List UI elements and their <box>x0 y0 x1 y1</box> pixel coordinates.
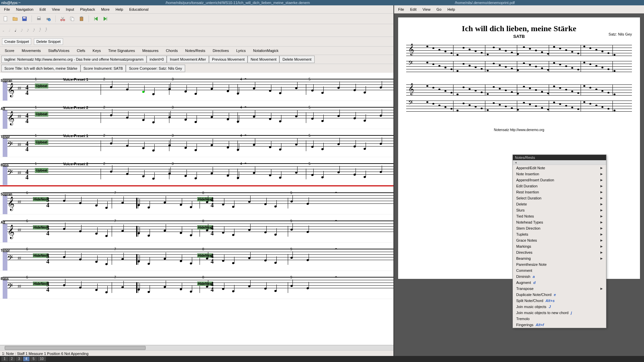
staff-tenor[interactable]: Tenor𝄢♯♯4 412345UpbeatVoice-Preset 1𝄐 <box>0 135 393 157</box>
menu-item-notehead-types[interactable]: Notehead Types▶ <box>513 219 606 225</box>
tab-chords[interactable]: Chords <box>163 47 181 54</box>
tab-score[interactable]: Score <box>1 47 18 54</box>
measure-number: 9 <box>290 247 292 251</box>
open-file-button[interactable] <box>11 15 19 22</box>
pdf-system: 𝄞𝄢 <box>406 45 632 78</box>
staff-bass[interactable]: Bass𝄢♯♯4 412345UpbeatVoice-Preset 2𝄐 <box>0 163 393 185</box>
menu-navigation[interactable]: Navigation <box>13 6 36 13</box>
menu-help[interactable]: Help <box>113 6 126 13</box>
menu-view[interactable]: View <box>49 6 63 13</box>
tab-clefs[interactable]: Clefs <box>73 47 89 54</box>
score-composer-button[interactable]: Score Composer: Satz: Nils Gey <box>126 65 185 72</box>
menu-item-select-duration[interactable]: Select Duration▶ <box>513 195 606 201</box>
staff-tenor[interactable]: Tenor𝄢♯♯6789HideNextHideNext3 44 4𝄐 <box>0 249 393 271</box>
measure-number: 6 <box>26 219 28 223</box>
menu-item-note-insertion[interactable]: Note Insertion▶ <box>513 171 606 177</box>
menu-item-split-note-chord[interactable]: Split Note/Chord Alt+s <box>513 298 606 304</box>
workspace-tab-1[interactable]: 1 <box>1 357 8 361</box>
menu-item-delete[interactable]: Delete▶ <box>513 201 606 207</box>
menu-item-edit-duration[interactable]: Edit Duration▶ <box>513 183 606 189</box>
notes-rests-context-menu: Notes/Rests ◂ Append/Edit Note▶Note Inse… <box>513 155 606 328</box>
menu-item-markings[interactable]: Markings▶ <box>513 243 606 249</box>
workspace-tab-3[interactable]: 3 <box>16 357 22 361</box>
menu-item-tuplets[interactable]: Tuplets▶ <box>513 231 606 237</box>
menu-item-append-insert-duration[interactable]: Append/Insert Duration▶ <box>513 177 606 183</box>
fermata-icon: 𝄐 <box>335 274 337 280</box>
delete-movement-button[interactable]: Delete Movement <box>279 56 314 63</box>
pdf-menu-edit[interactable]: Edit <box>408 6 419 13</box>
menu-item-augment[interactable]: Augment d <box>513 280 606 286</box>
workspace-tab-5[interactable]: 5 <box>30 357 37 361</box>
workspace-tab-4[interactable]: 4 <box>23 357 30 361</box>
copy-button[interactable] <box>68 15 76 22</box>
print-preview-button[interactable] <box>45 15 52 22</box>
menu-item-grace-notes[interactable]: Grace Notes▶ <box>513 237 606 243</box>
save-file-button[interactable] <box>21 15 28 22</box>
measure-number: 5 <box>309 134 311 137</box>
tab-lyrics[interactable]: Lyrics <box>233 47 249 54</box>
context-menu-back[interactable]: ◂ <box>513 160 606 165</box>
next-movement-button[interactable]: Next Movement <box>248 56 279 63</box>
tab-staffs-voices[interactable]: Staffs/Voices <box>45 47 73 54</box>
menu-item-stem-direction[interactable]: Stem Direction▶ <box>513 225 606 231</box>
menu-playback[interactable]: Playback <box>77 6 98 13</box>
menu-item-tied-notes[interactable]: Tied Notes▶ <box>513 213 606 219</box>
new-file-button[interactable] <box>2 15 9 22</box>
score-editing-area[interactable]: Sopran𝄞♯♯4 412345UpbeatVoice-Preset 1𝄐Al… <box>0 73 393 345</box>
measure-number: 2 <box>103 77 105 81</box>
staff-alt[interactable]: Alt𝄞♯♯6789HideNextHideNext3 44 4𝄐 <box>0 221 393 243</box>
menu-item-beaming[interactable]: Beaming▶ <box>513 255 606 261</box>
horizontal-scrollbar[interactable] <box>0 345 393 350</box>
create-snippet-button[interactable]: Create Snippet <box>2 38 31 45</box>
menu-item-slurs[interactable]: Slurs▶ <box>513 207 606 213</box>
menu-item-directives[interactable]: Directives▶ <box>513 249 606 255</box>
staff-sopran[interactable]: Sopran𝄞♯♯6789HideNextHideNext3 44 4𝄐 <box>0 192 393 215</box>
tab-measures[interactable]: Measures <box>139 47 162 54</box>
menu-educational[interactable]: Educational <box>126 6 151 13</box>
go-start-button[interactable] <box>92 15 100 22</box>
pdf-menu-view[interactable]: View <box>420 6 433 13</box>
staff-sopran[interactable]: Sopran𝄞♯♯4 412345UpbeatVoice-Preset 1𝄐 <box>0 79 393 101</box>
workspace-tab-2[interactable]: 2 <box>9 357 15 361</box>
menu-item-parenthesize-note[interactable]: Parenthesize Note <box>513 261 606 267</box>
tagline-button[interactable]: tagline: Notensatz http://www.denemo.org… <box>1 56 147 63</box>
pdf-menu-help[interactable]: Help <box>445 6 458 13</box>
bass-clef-icon: 𝄢 <box>7 254 13 264</box>
menu-edit[interactable]: Edit <box>37 6 49 13</box>
tab-directives[interactable]: Directives <box>209 47 232 54</box>
tab-notationmagick[interactable]: NotationMagick <box>250 47 282 54</box>
indent-button[interactable]: indent=0 <box>147 56 167 63</box>
previous-movement-button[interactable]: Previous Movement <box>209 56 248 63</box>
menu-item-diminish[interactable]: Diminish a <box>513 274 606 280</box>
score-title-button[interactable]: Score Title: Ich will dich lieben, meine… <box>1 65 80 72</box>
menu-item-append-edit-note[interactable]: Append/Edit Note▶ <box>513 165 606 171</box>
menu-item-tremolo[interactable]: Tremolo <box>513 316 606 322</box>
menu-item-rest-insertion[interactable]: Rest Insertion▶ <box>513 189 606 195</box>
menu-file[interactable]: File <box>1 6 13 13</box>
workspace-tab-10[interactable]: 10 <box>38 357 46 361</box>
staff-alt[interactable]: Alt𝄞♯♯4 412345UpbeatVoice-Preset 2𝄐 <box>0 107 393 129</box>
pdf-menu-file[interactable]: File <box>395 6 407 13</box>
menu-item-join-music-objects[interactable]: Join music objects J <box>513 304 606 310</box>
menu-item-transpose[interactable]: Transpose▶ <box>513 286 606 292</box>
pdf-menu-go[interactable]: Go <box>434 6 444 13</box>
staff-bass[interactable]: Bass𝄢♯♯6789HideNextHideNext3 44 4𝄐 <box>0 277 393 299</box>
menu-more[interactable]: More <box>98 6 112 13</box>
paste-button[interactable] <box>78 15 85 22</box>
score-instrument-button[interactable]: Score Instrument: SATB <box>80 65 126 72</box>
menu-item-comment[interactable]: Comment <box>513 267 606 274</box>
menu-item-fingerings[interactable]: Fingerings Alt+f <box>513 322 606 328</box>
measure-number: 8 <box>202 219 204 223</box>
menu-item-join-music-objects-to-new-chord[interactable]: Join music objects to new chord j <box>513 310 606 316</box>
delete-snippet-button[interactable]: Delete Snippet <box>34 38 63 45</box>
menu-item-duplicate-note-chord[interactable]: Duplicate Note/Chord e <box>513 292 606 298</box>
tab-notes-rests[interactable]: Notes/Rests <box>182 47 209 54</box>
tab-movements[interactable]: Movements <box>18 47 44 54</box>
insert-movement-after-button[interactable]: Insert Movement After <box>167 56 209 63</box>
tab-keys[interactable]: Keys <box>89 47 104 54</box>
tab-time-signatures[interactable]: Time Signatures <box>105 47 139 54</box>
menu-input[interactable]: Input <box>63 6 76 13</box>
print-button[interactable] <box>35 15 43 22</box>
cut-button[interactable] <box>59 15 66 22</box>
go-end-button[interactable] <box>102 15 109 22</box>
